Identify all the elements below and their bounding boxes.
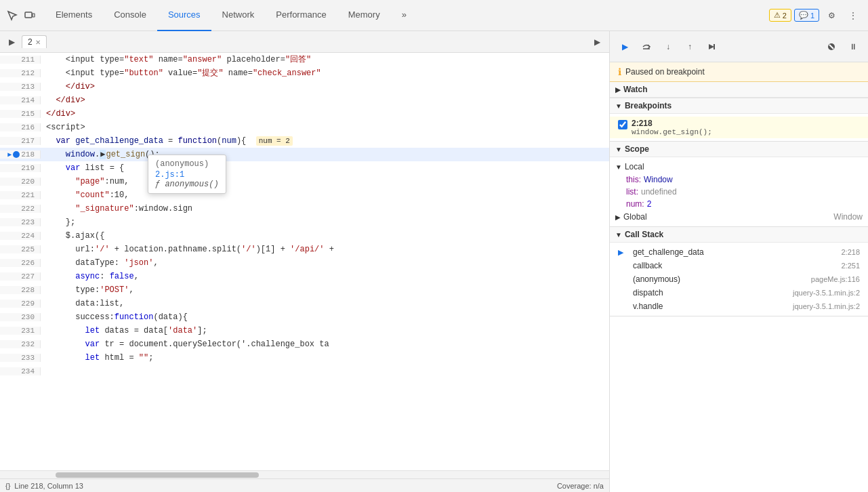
breakpoint-dot-icon <box>13 151 20 158</box>
line-number[interactable]: 211 <box>0 56 41 64</box>
line-number[interactable]: 215 <box>0 110 41 118</box>
code-line: ▶218 window.▶get_sign(); <box>0 148 609 161</box>
scope-this: this: Window <box>610 173 868 186</box>
line-number[interactable]: ▶218 <box>0 150 41 159</box>
line-number[interactable]: 222 <box>0 205 41 213</box>
source-subtoolbar: ▶ 2 ✕ ▶ <box>0 31 609 53</box>
warning-count: 2 <box>783 12 787 20</box>
line-number[interactable]: 219 <box>0 164 41 172</box>
tab-network[interactable]: Network <box>211 0 266 31</box>
format-button[interactable]: ▶ <box>589 34 605 50</box>
callstack-item[interactable]: dispatchjquery-3.5.1.min.js:2 <box>610 286 868 300</box>
breakpoints-header[interactable]: ▼ Breakpoints <box>610 98 868 114</box>
line-number[interactable]: 229 <box>0 300 41 308</box>
resume-button[interactable]: ▶ <box>615 37 634 56</box>
panel-toggle-icon[interactable]: ▶ <box>4 35 19 49</box>
breakpoint-location: 2:218 <box>632 119 712 128</box>
info-badge[interactable]: 💬 1 <box>794 9 819 22</box>
global-chevron-icon: ▶ <box>615 213 621 221</box>
breakpoint-info: 2:218 window.get_sign(); <box>632 119 712 136</box>
callstack-item[interactable]: callback2:251 <box>610 259 868 272</box>
h-scrollbar[interactable] <box>0 470 609 478</box>
more-button[interactable]: ⋮ <box>844 6 863 25</box>
line-number[interactable]: 231 <box>0 327 41 335</box>
inspect-icon[interactable] <box>5 9 19 22</box>
settings-button[interactable]: ⚙ <box>822 6 841 25</box>
code-lines-container: 211 <input type="text" name="answer" pla… <box>0 53 609 470</box>
scope-num-val: 2 <box>647 199 652 209</box>
device-toggle-icon[interactable] <box>23 9 37 22</box>
file-tab-close[interactable]: ✕ <box>35 39 41 46</box>
code-content: var tr = document.querySelector('.challe… <box>41 337 609 351</box>
local-header[interactable]: ▼ Local <box>610 160 868 173</box>
line-number[interactable]: 214 <box>0 96 41 104</box>
callstack-item[interactable]: (anonymous)pageMe.js:116 <box>610 272 868 286</box>
line-number[interactable]: 224 <box>0 232 41 240</box>
line-number[interactable]: 221 <box>0 191 41 199</box>
info-icon: 💬 <box>799 11 808 20</box>
step-into-button[interactable]: ↓ <box>659 37 678 56</box>
status-icon: {} <box>5 482 10 490</box>
line-number[interactable]: 212 <box>0 69 41 77</box>
line-number[interactable]: 228 <box>0 286 41 294</box>
line-number[interactable]: 233 <box>0 354 41 362</box>
code-line: 228 type:'POST', <box>0 283 609 297</box>
line-number[interactable]: 213 <box>0 83 41 91</box>
tab-more[interactable]: » <box>391 0 417 31</box>
step-out-button[interactable]: ↑ <box>680 37 699 56</box>
tab-sources[interactable]: Sources <box>157 0 211 31</box>
line-number[interactable]: 234 <box>0 367 41 375</box>
line-number[interactable]: 227 <box>0 272 41 281</box>
scope-list: list: undefined <box>610 186 868 198</box>
breakpoint-code: window.get_sign(); <box>632 128 712 136</box>
pause-exceptions-button[interactable]: ⏸ <box>844 37 863 56</box>
file-tab[interactable]: 2 ✕ <box>22 35 47 48</box>
line-number[interactable]: 232 <box>0 340 41 348</box>
line-number[interactable]: 223 <box>0 218 41 226</box>
code-line: 231 let datas = data['data']; <box>0 324 609 337</box>
tab-console[interactable]: Console <box>103 0 157 31</box>
code-line: 212 <input type="button" value="提交" name… <box>0 66 609 80</box>
code-content: let datas = data['data']; <box>41 324 609 337</box>
warning-badge[interactable]: ⚠ 2 <box>769 9 791 22</box>
line-number[interactable]: 225 <box>0 245 41 253</box>
line-number[interactable]: 220 <box>0 178 41 186</box>
tab-elements[interactable]: Elements <box>45 0 103 31</box>
scope-header[interactable]: ▼ Scope <box>610 142 868 157</box>
callstack-item[interactable]: v.handlejquery-3.5.1.min.js:2 <box>610 300 868 313</box>
scope-list-val: undefined <box>641 187 677 197</box>
callstack-item[interactable]: ▶get_challenge_data2:218 <box>610 245 868 259</box>
code-content: </div> <box>41 107 609 121</box>
tab-performance[interactable]: Performance <box>265 0 337 31</box>
code-line: 225 url:'/' + location.pathname.split('/… <box>0 243 609 256</box>
main-layout: ▶ 2 ✕ ▶ 211 <input type="text" name="ans… <box>0 31 868 492</box>
code-content: var list = { <box>41 161 609 175</box>
code-content: <input type="button" value="提交" name="ch… <box>41 66 609 80</box>
svg-rect-1 <box>33 14 35 17</box>
code-line: 223 }; <box>0 216 609 229</box>
svg-rect-0 <box>25 12 32 18</box>
line-number[interactable]: 217 <box>0 137 41 145</box>
watch-header[interactable]: ▶ Watch <box>610 82 868 98</box>
code-line: 222 "_signature":window.sign <box>0 202 609 216</box>
global-header[interactable]: ▶ Global Window <box>610 210 868 224</box>
line-number[interactable]: 226 <box>0 259 41 267</box>
breakpoints-toggle[interactable] <box>822 37 841 56</box>
step-button[interactable] <box>702 37 721 56</box>
tab-memory[interactable]: Memory <box>337 0 391 31</box>
breakpoint-checkbox[interactable] <box>618 120 627 129</box>
tooltip-link-text[interactable]: 2.js:1 <box>155 170 184 180</box>
callstack-fn-name: dispatch <box>633 288 787 298</box>
callstack-chevron-icon: ▼ <box>615 231 622 239</box>
code-line: 224 $.ajax({ <box>0 229 609 243</box>
h-scrollbar-thumb[interactable] <box>56 472 259 478</box>
tooltip-link[interactable]: 2.js:1 <box>155 170 219 180</box>
global-val: Window <box>833 212 863 222</box>
bp-banner: ℹ Paused on breakpoint <box>610 62 868 82</box>
line-number[interactable]: 230 <box>0 313 41 321</box>
line-number[interactable]: 216 <box>0 123 41 131</box>
step-over-button[interactable] <box>637 37 656 56</box>
code-line: 211 <input type="text" name="answer" pla… <box>0 53 609 66</box>
callstack-header[interactable]: ▼ Call Stack <box>610 227 868 243</box>
code-content: "count":10, <box>41 188 609 202</box>
